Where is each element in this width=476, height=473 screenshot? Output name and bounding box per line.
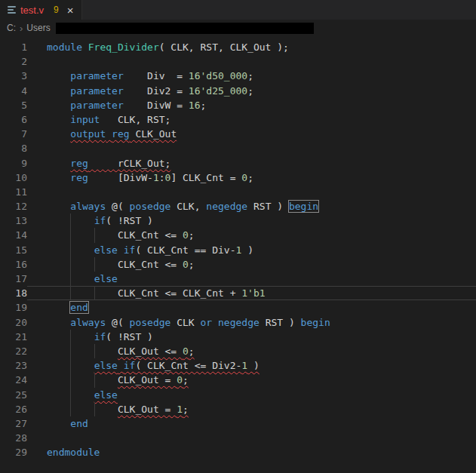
- code-content[interactable]: else if( CLK_Cnt <= Div2-1 ): [27, 358, 476, 373]
- code-line[interactable]: 19 end: [0, 300, 476, 315]
- line-number[interactable]: 9: [0, 156, 27, 170]
- line-number[interactable]: 13: [0, 213, 27, 228]
- code-content[interactable]: output reg CLK_Out: [27, 127, 476, 141]
- line-number[interactable]: 16: [0, 257, 27, 272]
- code-content[interactable]: if( !RST ): [27, 330, 476, 344]
- line-number[interactable]: 4: [0, 84, 27, 98]
- code-line[interactable]: 27 end: [0, 416, 476, 431]
- code-line[interactable]: 8: [0, 141, 476, 155]
- code-content[interactable]: else: [27, 272, 476, 286]
- line-number[interactable]: 11: [0, 185, 27, 199]
- line-number[interactable]: 28: [0, 431, 27, 445]
- line-number[interactable]: 7: [0, 127, 27, 141]
- code-line[interactable]: 29endmodule: [0, 445, 476, 459]
- code-line[interactable]: 10 reg [DivW-1:0] CLK_Cnt = 0;: [0, 170, 476, 185]
- code-line[interactable]: 6 input CLK, RST;: [0, 112, 476, 127]
- tab-test-v[interactable]: test.v 9 ×: [0, 0, 82, 20]
- code-content[interactable]: reg rCLK_Out;: [27, 156, 476, 170]
- line-number[interactable]: 17: [0, 272, 27, 286]
- code-content[interactable]: [27, 185, 476, 199]
- code-content[interactable]: CLK_Cnt <= 0;: [27, 257, 476, 272]
- token: ;: [247, 85, 253, 97]
- code-content[interactable]: else: [27, 388, 476, 402]
- code-line[interactable]: 7 output reg CLK_Out: [0, 127, 476, 141]
- line-number[interactable]: 5: [0, 98, 27, 112]
- token: module: [47, 41, 82, 53]
- code-line[interactable]: 22 CLK_Out <= 0;: [0, 344, 476, 358]
- code-line[interactable]: 12 always @( posedge CLK, negedge RST ) …: [0, 199, 476, 213]
- line-number[interactable]: 18: [0, 286, 27, 300]
- token: CLK: [170, 317, 200, 328]
- line-number[interactable]: 3: [0, 69, 27, 83]
- line-number[interactable]: 21: [0, 330, 27, 344]
- code-line[interactable]: 16 CLK_Cnt <= 0;: [0, 257, 476, 272]
- code-line[interactable]: 28: [0, 431, 476, 445]
- line-number[interactable]: 10: [0, 170, 27, 185]
- code-line[interactable]: 26 CLK_Out = 1;: [0, 402, 476, 416]
- code-content[interactable]: endmodule: [27, 445, 476, 459]
- code-line[interactable]: 3 parameter Div = 16'd50_000;: [0, 69, 476, 83]
- line-number[interactable]: 23: [0, 358, 27, 373]
- code-content[interactable]: parameter Div2 = 16'd25_000;: [27, 84, 476, 98]
- line-number[interactable]: 20: [0, 315, 27, 330]
- code-content[interactable]: CLK_Out <= 0;: [27, 344, 476, 358]
- code-content[interactable]: always @( posedge CLK or negedge RST ) b…: [27, 315, 476, 330]
- line-number[interactable]: 15: [0, 243, 27, 257]
- line-number[interactable]: 14: [0, 228, 27, 242]
- code-line[interactable]: 11: [0, 185, 476, 199]
- code-content[interactable]: module Freq_Divider( CLK, RST, CLK_Out )…: [27, 40, 476, 54]
- line-number[interactable]: 6: [0, 112, 27, 127]
- breadcrumb-drive[interactable]: C:: [7, 23, 16, 33]
- line-number[interactable]: 22: [0, 344, 27, 358]
- line-number[interactable]: 8: [0, 141, 27, 155]
- code-line[interactable]: 14 CLK_Cnt <= 0;: [0, 228, 476, 242]
- code-line[interactable]: 18 CLK_Cnt <= CLK_Cnt + 1'b1: [0, 286, 476, 300]
- code-line[interactable]: 23 else if( CLK_Cnt <= Div2-1 ): [0, 358, 476, 373]
- code-content[interactable]: parameter Div = 16'd50_000;: [27, 69, 476, 83]
- line-number[interactable]: 27: [0, 416, 27, 431]
- line-number[interactable]: 19: [0, 300, 27, 315]
- code-content[interactable]: end: [27, 416, 476, 431]
- line-number[interactable]: 1: [0, 40, 27, 54]
- code-content[interactable]: if( !RST ): [27, 213, 476, 228]
- code-content[interactable]: else if( CLK_Cnt == Div-1 ): [27, 243, 476, 257]
- code-line[interactable]: 9 reg rCLK_Out;: [0, 156, 476, 170]
- line-number[interactable]: 25: [0, 388, 27, 402]
- code-content[interactable]: parameter DivW = 16;: [27, 98, 476, 112]
- code-content[interactable]: CLK_Out = 1;: [27, 402, 476, 416]
- code-content[interactable]: CLK_Cnt <= 0;: [27, 228, 476, 242]
- line-number[interactable]: 12: [0, 199, 27, 213]
- code-line[interactable]: 5 parameter DivW = 16;: [0, 98, 476, 112]
- code-line[interactable]: 24 CLK_Out = 0;: [0, 373, 476, 387]
- code-line[interactable]: 17 else: [0, 272, 476, 286]
- code-content[interactable]: input CLK, RST;: [27, 112, 476, 127]
- code-line[interactable]: 13 if( !RST ): [0, 213, 476, 228]
- token: if: [94, 215, 106, 226]
- line-number[interactable]: 26: [0, 402, 27, 416]
- code-content[interactable]: [27, 54, 476, 69]
- code-content[interactable]: [27, 431, 476, 445]
- code-line[interactable]: 25 else: [0, 388, 476, 402]
- token: always: [70, 317, 106, 328]
- breadcrumb-folder[interactable]: Users: [26, 23, 50, 33]
- code-content[interactable]: reg [DivW-1:0] CLK_Cnt = 0;: [27, 170, 476, 185]
- code-line[interactable]: 1module Freq_Divider( CLK, RST, CLK_Out …: [0, 40, 476, 54]
- code-line[interactable]: 21 if( !RST ): [0, 330, 476, 344]
- line-number[interactable]: 29: [0, 445, 27, 459]
- code-content[interactable]: CLK_Out = 0;: [27, 373, 476, 387]
- code-line[interactable]: 4 parameter Div2 = 16'd25_000;: [0, 84, 476, 98]
- chevron-right-icon: ›: [20, 23, 23, 34]
- code-content[interactable]: [27, 141, 476, 155]
- tab-close-icon[interactable]: ×: [67, 5, 74, 16]
- code-line[interactable]: 20 always @( posedge CLK or negedge RST …: [0, 315, 476, 330]
- token: ( CLK_Cnt == Div-: [135, 244, 235, 256]
- code-content[interactable]: CLK_Cnt <= CLK_Cnt + 1'b1: [27, 286, 476, 300]
- line-number[interactable]: 24: [0, 373, 27, 387]
- code-content[interactable]: end: [27, 300, 476, 315]
- code-content[interactable]: always @( posedge CLK, negedge RST ) beg…: [27, 199, 476, 213]
- code-line[interactable]: 2: [0, 54, 476, 69]
- code-line[interactable]: 15 else if( CLK_Cnt == Div-1 ): [0, 243, 476, 257]
- line-number[interactable]: 2: [0, 54, 27, 69]
- code-area[interactable]: 1module Freq_Divider( CLK, RST, CLK_Out …: [0, 36, 476, 459]
- indent-guide: [94, 228, 95, 242]
